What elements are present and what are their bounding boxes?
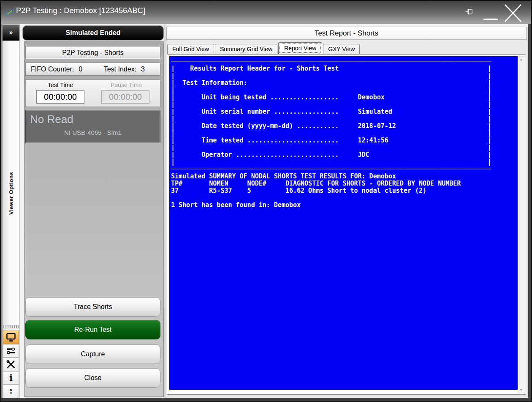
tools-button[interactable]: [3, 358, 19, 371]
toolbar-grip[interactable]: [3, 325, 19, 328]
counters-bar: FIFO Counter: 0 Test Index: 3: [25, 63, 160, 76]
window-title: P2P Testing : Demobox [123456ABC]: [16, 6, 145, 15]
report-scrollbar[interactable]: ▲ ▼: [518, 56, 524, 393]
read-status: No Read: [30, 113, 73, 126]
info-button[interactable]: i: [3, 371, 19, 385]
test-mode-button[interactable]: P2P Testing - Shorts: [25, 46, 160, 59]
pause-time-label: Pause Time: [97, 82, 156, 88]
monitor-icon: [6, 333, 16, 342]
timer-panel: Test Time Pause Time 00:00:00 00:00:00: [25, 79, 160, 107]
view-tabs: Full Grid View Summary Grid View Report …: [167, 42, 361, 54]
viewer-options-strip: » Viewer Options: [3, 24, 20, 398]
fifo-counter-label: FIFO Counter:: [31, 66, 74, 73]
info-icon: i: [9, 374, 13, 382]
test-time-label: Test Time: [31, 82, 90, 88]
barcode-read-panel: No Read NI USB-4065 - Sim1: [25, 110, 160, 143]
more-icon: » ▼: [9, 388, 13, 395]
instrument-name: NI USB-4065 - Sim1: [26, 129, 160, 136]
expand-pane-button[interactable]: »: [3, 25, 19, 41]
minimize-button[interactable]: [480, 8, 501, 22]
trace-shorts-button[interactable]: Trace Shorts: [25, 297, 160, 317]
test-time-display: 00:00:00: [36, 90, 84, 104]
more-tools-button[interactable]: » ▼: [3, 385, 19, 398]
viewer-options-label: Viewer Options: [3, 151, 19, 235]
window-frame-right: [528, 24, 531, 401]
scroll-down-icon[interactable]: ▼: [518, 388, 524, 392]
chevron-double-right-icon: »: [9, 29, 13, 36]
report-frame: ────────────────────────────────────────…: [167, 54, 526, 395]
minimize-icon: [483, 19, 498, 20]
monitor-view-button[interactable]: [3, 331, 19, 344]
capture-button[interactable]: Capture: [25, 345, 160, 364]
close-icon: [502, 3, 524, 24]
scroll-up-icon[interactable]: ▲: [518, 57, 524, 61]
report-title: Test Report - Shorts: [166, 27, 527, 40]
pause-time-display: 00:00:00: [101, 90, 149, 104]
tab-summary-grid-view[interactable]: Summary Grid View: [215, 44, 277, 54]
status-banner: Simulated Ended: [23, 26, 163, 40]
close-test-button[interactable]: Close: [25, 368, 160, 388]
fifo-counter-value: 0: [79, 66, 82, 73]
title-bar: P2P Testing : Demobox [123456ABC]: [1, 1, 531, 24]
close-button[interactable]: [502, 3, 524, 24]
dock-pin-icon[interactable]: [464, 7, 475, 17]
test-index-value: 3: [141, 66, 145, 73]
settings-sliders-button[interactable]: [3, 344, 19, 358]
tab-full-grid-view[interactable]: Full Grid View: [167, 44, 214, 54]
test-index-label: Test Index:: [104, 66, 136, 73]
panel-gutter: [20, 24, 24, 398]
tab-report-view[interactable]: Report View: [278, 42, 322, 54]
tab-gxy-view[interactable]: GXY View: [323, 44, 360, 54]
app-window: P2P Testing : Demobox [123456ABC] » View…: [0, 0, 532, 402]
splitter[interactable]: [164, 24, 166, 398]
tools-icon: [6, 360, 16, 369]
rerun-test-button[interactable]: Re-Run Test: [25, 320, 160, 339]
window-frame-bottom: [1, 398, 531, 401]
report-text: ────────────────────────────────────────…: [169, 56, 518, 209]
sliders-icon: [6, 346, 16, 356]
report-viewer: ────────────────────────────────────────…: [169, 56, 518, 390]
scatter-nodes-icon: [5, 8, 14, 17]
